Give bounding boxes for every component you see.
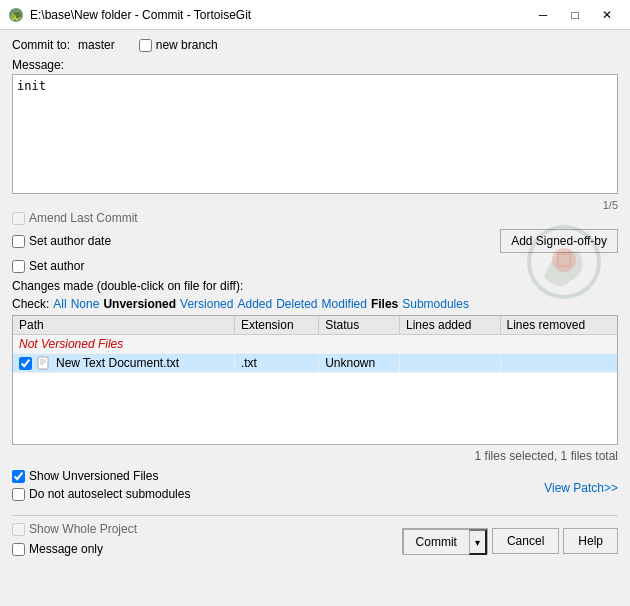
check-submodules-link[interactable]: Submodules <box>402 297 469 311</box>
check-modified-link[interactable]: Modified <box>322 297 367 311</box>
set-author-date-checkbox[interactable] <box>12 235 25 248</box>
file-icon <box>36 356 50 370</box>
show-whole-project-row: Show Whole Project <box>12 522 137 536</box>
amend-last-commit-checkbox[interactable] <box>12 212 25 225</box>
set-author-label: Set author <box>29 259 84 273</box>
set-author-checkbox[interactable] <box>12 260 25 273</box>
app-icon: 🐢 <box>8 7 24 23</box>
do-not-autoselect-checkbox[interactable] <box>12 488 25 501</box>
commit-to-row: Commit to: master new branch <box>12 38 618 52</box>
add-signed-off-by-button[interactable]: Add Signed-off-by <box>500 229 618 253</box>
file-path-cell: New Text Document.txt <box>13 354 234 373</box>
check-versioned-link[interactable]: Versioned <box>180 297 233 311</box>
svg-text:🐢: 🐢 <box>10 9 23 22</box>
col-lines-removed: Lines removed <box>500 316 617 335</box>
separator <box>12 515 618 516</box>
show-unversioned-label: Show Unversioned Files <box>29 469 158 483</box>
commit-arrow-button[interactable]: ▾ <box>469 529 487 555</box>
bottom-options: Show Unversioned Files Do not autoselect… <box>12 469 190 505</box>
commit-button-group[interactable]: Commit ▾ <box>402 528 488 554</box>
message-only-label: Message only <box>29 542 103 556</box>
message-section: Message: init 1/5 <box>12 58 618 211</box>
message-counter: 1/5 <box>12 199 618 211</box>
close-button[interactable]: ✕ <box>592 4 622 26</box>
window-title: E:\base\New folder - Commit - TortoiseGi… <box>30 8 528 22</box>
window-controls: ─ □ ✕ <box>528 4 622 26</box>
amend-last-commit-row: Amend Last Commit <box>12 211 618 225</box>
col-path: Path <box>13 316 234 335</box>
do-not-autoselect-label: Do not autoselect submodules <box>29 487 190 501</box>
files-table-container[interactable]: Path Extension Status Lines added Lines … <box>12 315 618 445</box>
amend-last-commit-label: Amend Last Commit <box>29 211 138 225</box>
set-author-row: Set author <box>12 259 618 273</box>
file-extension: .txt <box>234 354 318 373</box>
show-unversioned-checkbox[interactable] <box>12 470 25 483</box>
table-header-row: Path Extension Status Lines added Lines … <box>13 316 617 335</box>
file-lines-added <box>399 354 500 373</box>
table-row[interactable]: New Text Document.txt .txt Unknown <box>13 354 617 373</box>
commit-to-label: Commit to: <box>12 38 70 52</box>
check-files-link[interactable]: Files <box>371 297 398 311</box>
file-lines-removed <box>500 354 617 373</box>
new-branch-section: new branch <box>139 38 218 52</box>
file-checkbox[interactable] <box>19 357 32 370</box>
check-unversioned-link[interactable]: Unversioned <box>103 297 176 311</box>
check-all-link[interactable]: All <box>53 297 66 311</box>
changes-label: Changes made (double-click on file for d… <box>12 279 618 293</box>
do-not-autoselect-row: Do not autoselect submodules <box>12 487 190 501</box>
new-branch-checkbox[interactable] <box>139 39 152 52</box>
cancel-button[interactable]: Cancel <box>492 528 559 554</box>
show-unversioned-row: Show Unversioned Files <box>12 469 190 483</box>
maximize-button[interactable]: □ <box>560 4 590 26</box>
file-name: New Text Document.txt <box>56 356 179 370</box>
check-none-link[interactable]: None <box>71 297 100 311</box>
file-status: Unknown <box>319 354 400 373</box>
files-table: Path Extension Status Lines added Lines … <box>13 316 617 373</box>
col-extension: Extension <box>234 316 318 335</box>
message-textarea[interactable]: init <box>12 74 618 194</box>
check-row: Check: All None Unversioned Versioned Ad… <box>12 297 618 311</box>
check-added-link[interactable]: Added <box>237 297 272 311</box>
show-whole-project-checkbox[interactable] <box>12 523 25 536</box>
minimize-button[interactable]: ─ <box>528 4 558 26</box>
files-summary: 1 files selected, 1 files total <box>475 449 618 463</box>
set-author-date-row: Set author date Add Signed-off-by <box>12 229 618 253</box>
title-bar: 🐢 E:\base\New folder - Commit - Tortoise… <box>0 0 630 30</box>
new-branch-label: new branch <box>156 38 218 52</box>
help-button[interactable]: Help <box>563 528 618 554</box>
check-deleted-link[interactable]: Deleted <box>276 297 317 311</box>
show-whole-project-label: Show Whole Project <box>29 522 137 536</box>
col-status: Status <box>319 316 400 335</box>
col-lines-added: Lines added <box>399 316 500 335</box>
message-label: Message: <box>12 58 618 72</box>
branch-name: master <box>78 38 115 52</box>
main-content: Commit to: master new branch Message: in… <box>0 30 630 568</box>
not-versioned-label: Not Versioned Files <box>19 337 123 351</box>
action-buttons: Commit ▾ Cancel Help <box>402 528 618 554</box>
check-label: Check: <box>12 297 49 311</box>
group-header-not-versioned: Not Versioned Files <box>13 335 617 354</box>
set-author-date-label: Set author date <box>29 234 111 248</box>
view-patch-section: View Patch>> <box>544 481 618 495</box>
view-patch-link[interactable]: View Patch>> <box>544 481 618 495</box>
commit-button[interactable]: Commit <box>403 529 469 555</box>
svg-rect-2 <box>38 357 48 369</box>
message-only-checkbox[interactable] <box>12 543 25 556</box>
message-only-row: Message only <box>12 542 137 556</box>
